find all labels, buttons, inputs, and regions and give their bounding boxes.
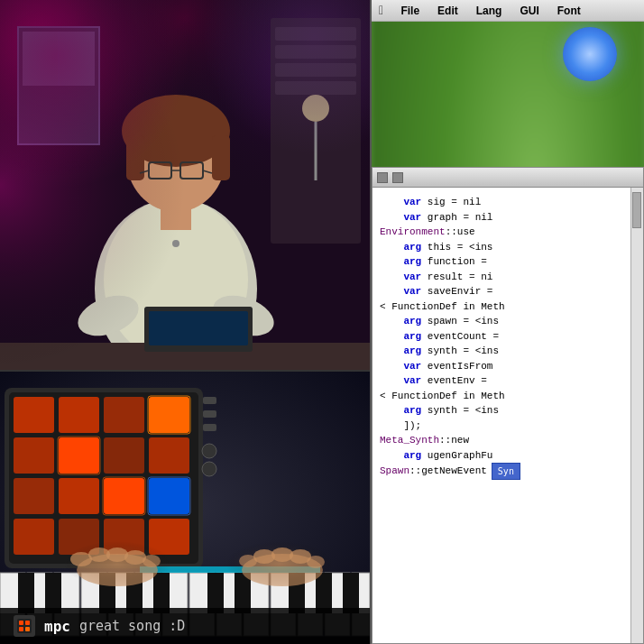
menu-file[interactable]: File xyxy=(397,3,423,19)
svg-rect-39 xyxy=(149,397,189,433)
code-line-14: < FunctionDef in Meth xyxy=(380,389,636,404)
code-line-10: arg eventCount = xyxy=(380,329,636,345)
code-editor-window: var sig = nil var graph = nil Environmen… xyxy=(372,167,644,644)
scrollbar[interactable] xyxy=(630,188,643,643)
scroll-thumb[interactable] xyxy=(632,192,641,228)
right-panel:  File Edit Lang GUI Font var sig = nil … xyxy=(372,0,644,644)
code-line-6: var result = ni xyxy=(380,270,636,285)
code-line-4: arg this = <ins xyxy=(380,240,636,255)
svg-rect-46 xyxy=(104,478,144,514)
apple-menu-icon[interactable]:  xyxy=(379,4,386,18)
left-panel: mpc great song :D xyxy=(0,0,370,644)
code-line-19: Spawn::getNewEvent Syn xyxy=(380,463,636,480)
svg-rect-103 xyxy=(25,621,30,625)
svg-rect-56 xyxy=(203,397,216,404)
svg-rect-43 xyxy=(149,437,189,474)
svg-rect-44 xyxy=(14,478,54,514)
menu-lang[interactable]: Lang xyxy=(473,3,506,19)
svg-point-59 xyxy=(202,444,216,458)
video-bottom xyxy=(0,370,370,644)
svg-rect-38 xyxy=(104,397,144,433)
svg-rect-47 xyxy=(149,478,189,514)
code-line-3: Environment::use xyxy=(380,225,636,240)
code-line-16: ]); xyxy=(380,419,636,434)
code-line-5: arg function = xyxy=(380,254,636,270)
mpc-icon xyxy=(14,615,35,637)
menu-edit[interactable]: Edit xyxy=(434,3,462,19)
svg-point-99 xyxy=(242,554,323,586)
synth-button[interactable]: Syn xyxy=(492,463,520,480)
svg-rect-48 xyxy=(14,519,54,555)
svg-rect-37 xyxy=(59,397,99,433)
menu-gui[interactable]: GUI xyxy=(516,3,542,19)
code-line-13: var eventEnv = xyxy=(380,373,636,389)
code-line-18: arg ugenGraphFu xyxy=(380,448,636,464)
code-line-9: arg spawn = <ins xyxy=(380,314,636,329)
svg-rect-105 xyxy=(25,627,30,631)
svg-rect-104 xyxy=(19,627,23,631)
code-line-7: var saveEnvir = xyxy=(380,284,636,299)
code-line-2: var graph = nil xyxy=(380,210,636,225)
svg-point-92 xyxy=(77,554,158,586)
code-line-12: var eventIsFrom xyxy=(380,359,636,374)
code-line-11: arg synth = <ins xyxy=(380,344,636,359)
svg-point-60 xyxy=(202,462,216,476)
video-top xyxy=(0,0,370,370)
window-titlebar xyxy=(373,168,643,188)
svg-rect-41 xyxy=(59,437,99,474)
svg-rect-40 xyxy=(14,437,54,474)
window-minimize-button[interactable] xyxy=(392,172,403,183)
menu-font[interactable]: Font xyxy=(554,3,584,19)
bottom-video-content xyxy=(0,370,370,644)
svg-rect-36 xyxy=(14,397,54,433)
svg-rect-58 xyxy=(203,424,216,431)
blue-sphere-decoration xyxy=(563,27,617,81)
video-divider xyxy=(0,370,370,372)
code-line-8: < FunctionDef in Meth xyxy=(380,299,636,315)
song-title: great song :D xyxy=(79,618,185,634)
svg-rect-102 xyxy=(19,621,23,625)
svg-rect-57 xyxy=(203,410,216,418)
code-line-1: var sig = nil xyxy=(380,195,636,210)
bottom-bar: mpc great song :D xyxy=(0,608,370,644)
window-close-button[interactable] xyxy=(377,172,388,183)
code-line-17: Meta_Synth::new xyxy=(380,433,636,448)
code-content[interactable]: var sig = nil var graph = nil Environmen… xyxy=(373,188,643,643)
menu-bar:  File Edit Lang GUI Font xyxy=(372,0,644,22)
svg-rect-45 xyxy=(59,478,99,514)
player-label: mpc xyxy=(44,618,70,635)
code-line-15: arg synth = <ins xyxy=(380,403,636,419)
svg-rect-42 xyxy=(104,437,144,474)
